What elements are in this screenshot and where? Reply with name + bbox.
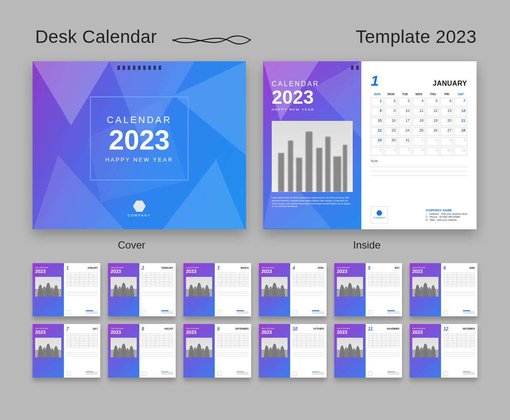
design-canvas: Desk Calendar Template 2023 CALENDAR 202… [0, 0, 510, 420]
thumb-month-name: JUNE [469, 267, 475, 269]
date-cell: 9 [426, 147, 439, 156]
date-cell: 11 [413, 108, 426, 116]
date-cell: 1 [371, 98, 384, 106]
date-cell: 26 [426, 127, 439, 136]
date-cell: 5 [371, 147, 384, 156]
calendar-grid: 1234567891011121314151617181920212223242… [371, 98, 467, 156]
month-thumbnail: CALENDAR202312DECEMBER [410, 324, 477, 377]
month-thumbnail: CALENDAR20235MAY [334, 263, 402, 316]
thumb-grid [368, 333, 399, 348]
month-thumbnail: CALENDAR202310OCTOBER [259, 324, 327, 377]
thumb-month-name: JULY [93, 327, 98, 330]
thumb-month-name: MARCH [240, 267, 249, 269]
thumb-left: CALENDAR2023 [33, 263, 64, 316]
thumb-note-lines [66, 290, 98, 296]
thumb-footer-logo [217, 310, 222, 315]
month-name: JANUARY [433, 80, 467, 87]
date-cell: 5 [426, 98, 439, 106]
hexagon-logo-icon [133, 201, 146, 212]
title-right: Template 2023 [356, 27, 477, 47]
thumb-footer-logo [142, 310, 146, 315]
thumb-note-lines [66, 351, 98, 357]
label-inside: Inside [353, 239, 381, 251]
thumb-year: 2023 [412, 269, 423, 274]
date-cell: 6 [385, 147, 398, 156]
date-cell: 10 [399, 108, 411, 116]
svg-marker-6 [133, 201, 146, 212]
date-cell: 21 [454, 117, 467, 126]
photo-placeholder [337, 277, 363, 297]
thumb-right: 9SEPTEMBER [215, 324, 251, 377]
date-cell: 13 [441, 108, 453, 116]
date-cell: 31 [399, 137, 411, 146]
date-cell: 25 [413, 127, 426, 136]
date-cell: 4 [454, 137, 467, 146]
thumb-left: CALENDAR2023 [33, 324, 64, 377]
thumb-note-lines [293, 351, 324, 357]
cover-logo-text: COMPANY [128, 213, 151, 217]
footer-logo-text: COMPANY [373, 216, 385, 219]
thumb-right: 12DECEMBER [441, 324, 477, 377]
thumb-year: 2023 [111, 269, 121, 274]
date-cell: 3 [399, 98, 411, 106]
thumb-card: CALENDAR202311NOVEMBER [334, 324, 402, 377]
company-web: ⊕ Web : Add your website [426, 218, 467, 221]
month-thumbnail: CALENDAR20236JUNE [410, 263, 477, 316]
month-thumbnail: CALENDAR20233MARCH [183, 263, 251, 316]
date-cell: 16 [385, 117, 398, 126]
date-cell: 11 [454, 147, 467, 156]
thumb-note-lines [142, 290, 173, 296]
thumb-year: 2023 [35, 330, 45, 335]
globe-icon: ⊕ [426, 218, 429, 221]
photo-placeholder [337, 338, 363, 357]
thumb-grid [217, 333, 249, 348]
hexagon-logo-icon [376, 210, 382, 216]
company-address: ⌂ Address : Add your address here [426, 213, 467, 215]
date-cell: 7 [454, 98, 467, 106]
thumb-grid [444, 333, 475, 348]
photo-placeholder [261, 338, 288, 357]
thumb-year: 2023 [412, 330, 423, 335]
cover-title-frame: CALENDAR 2023 HAPPY NEW YEAR [90, 96, 189, 180]
title-left: Desk Calendar [35, 27, 157, 47]
date-cell: 8 [413, 147, 426, 156]
photo-placeholder [412, 338, 438, 357]
photo-placeholder [412, 277, 438, 297]
thumb-footer-logo [293, 310, 297, 315]
svg-marker-10 [376, 210, 382, 216]
photo-placeholder [186, 338, 212, 357]
thumb-month-name: APRIL [318, 267, 324, 269]
thumb-right: 8AUGUST [139, 324, 176, 377]
thumb-month-name: MAY [395, 267, 399, 269]
date-cell: 24 [399, 127, 411, 136]
thumb-card: CALENDAR20236JUNE [410, 263, 477, 316]
cover-logo: COMPANY [128, 201, 151, 217]
thumb-left: CALENDAR2023 [334, 263, 366, 316]
thumb-footer-logo [142, 372, 146, 376]
thumb-footer-logo [444, 310, 448, 315]
weekday-cell: SAT [454, 92, 467, 96]
thumb-year: 2023 [35, 269, 45, 274]
month-thumbnail: CALENDAR20232FEBRUARY [108, 263, 176, 316]
inside-panel: CALENDAR 2023 HAPPY NEW YEAR Lorem ipsum… [263, 61, 477, 229]
photo-placeholder [186, 277, 212, 297]
date-cell: 23 [385, 127, 398, 136]
thumb-grid [142, 273, 173, 287]
date-cell: 2 [426, 137, 439, 146]
thumb-footer-logo [293, 372, 297, 376]
thumb-card: CALENDAR202312DECEMBER [410, 324, 477, 377]
thumb-card: CALENDAR20235MAY [334, 263, 402, 316]
thumb-footer-company [237, 372, 249, 376]
thumb-month-name: FEBRUARY [161, 267, 173, 269]
thumb-footer-company [312, 310, 324, 315]
date-cell: 18 [413, 117, 426, 126]
thumb-right: 2FEBRUARY [139, 263, 176, 316]
flourish-icon [171, 33, 252, 46]
thumb-footer-company [161, 372, 173, 376]
thumb-month-name: DECEMBER [462, 327, 475, 330]
weekday-cell: MON [385, 92, 398, 96]
note-label: Note [371, 159, 467, 163]
cover-word: CALENDAR [107, 114, 172, 126]
thumb-note-lines [217, 351, 249, 357]
date-cell: 22 [371, 127, 384, 136]
